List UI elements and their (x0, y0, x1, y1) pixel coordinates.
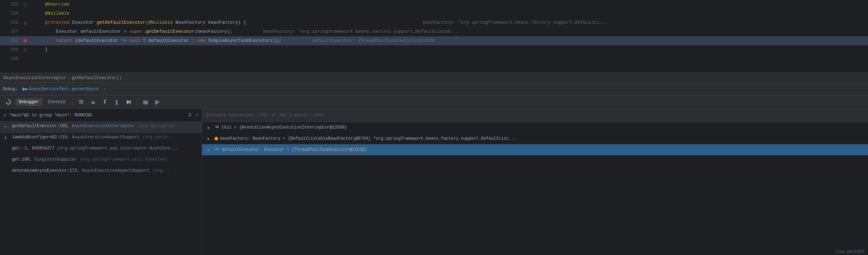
line-hint-157: beanFactory: "org.springframework.beans.… (263, 29, 459, 34)
frame-arrow-icon: ↩ (4, 124, 10, 130)
annotation: @Override (45, 2, 69, 7)
svg-marker-11 (116, 100, 118, 101)
variables-list: ▶ this = {AnnotationAsyncExecutionInterc… (202, 122, 868, 255)
filter-dropdown-icon[interactable]: ▾ (196, 113, 198, 118)
svg-marker-1 (8, 99, 9, 101)
expand-icon[interactable]: ▶ (208, 148, 213, 152)
frame-item[interactable]: determineAsyncExecutor:172, AsyncExecuti… (0, 167, 202, 178)
line-hint-158: defaultExecutor: ThreadPoolTaskExecutor@… (312, 38, 434, 43)
debug-session[interactable]: AsyncServiceTest.parentAsync (22, 87, 99, 92)
code-content: Executor defaultExecutor = super.getDefa… (31, 27, 868, 36)
variable-beanfactory[interactable]: ▶ beanFactory: BeanFactory = {DefaultLis… (202, 133, 868, 144)
close-session-button[interactable]: × (102, 87, 107, 91)
frame-item[interactable]: ↩ getDefaultExecutor:158, AsyncExecution… (0, 122, 202, 133)
step-out-button[interactable] (112, 97, 122, 107)
step-over-icon (90, 99, 96, 105)
breadcrumb: AsyncExecutionInterceptor › getDefaultEx… (0, 73, 868, 83)
separator2 (137, 99, 137, 106)
keyword-return: return (56, 38, 72, 43)
running-thread-text: "main"@1 in group "main": RUNNING (9, 113, 92, 118)
line-number: 156 (9, 20, 22, 25)
step-into-button[interactable] (100, 97, 110, 107)
code-content: protected Executor getDefaultExecutor(@N… (31, 18, 868, 27)
code-line-155: 155 @Nullable (0, 9, 868, 18)
debug-panel: ✔ "main"@1 in group "main": RUNNING ⊽ ▾ … (0, 109, 868, 255)
frames-list: ↩ getDefaultExecutor:158, AsyncExecution… (0, 122, 202, 255)
var-equals: = (232, 125, 239, 130)
expand-icon[interactable]: ▶ (208, 125, 213, 130)
variable-defaultexecutor[interactable]: ▶ defaultExecutor: Executor = {ThreadPoo… (202, 144, 868, 155)
variables-panel: Evaluate expression (⌥F8) or add a watch… (202, 109, 868, 255)
frame-label: determineAsyncExecutor:172, AsyncExecuti… (12, 168, 170, 174)
type-simpleasynctaskexecutor: SimpleAsyncTaskExecutor (208, 38, 270, 43)
keyword-super: super (129, 29, 143, 34)
run-to-cursor-icon (126, 99, 131, 105)
method-getdefaultexecutor: getDefaultExecutor (146, 29, 194, 34)
svg-rect-15 (143, 101, 148, 101)
breakpoint-area: ⚠ (22, 20, 29, 26)
debug-toolbar: Debugger Console (0, 95, 868, 109)
stream-to-top-button[interactable] (76, 97, 86, 107)
breakpoint-area (22, 3, 29, 6)
svg-marker-8 (104, 102, 106, 104)
debugger-tab[interactable]: Debugger (15, 98, 42, 106)
var-value-beanfactory: {DefaultListableBeanFactory@8784} "org.s… (288, 136, 516, 141)
var-defaultexecutor: defaultExecutor (78, 38, 118, 43)
debug-label: Debug: (3, 87, 18, 92)
line-number: 158 (9, 38, 22, 43)
svg-rect-18 (155, 101, 158, 101)
debug-bar: Debug: AsyncServiceTest.parentAsync × (0, 83, 868, 95)
separator (72, 99, 73, 106)
restart-button[interactable] (3, 97, 13, 107)
svg-marker-13 (127, 100, 130, 104)
step-over-button[interactable] (88, 97, 98, 107)
evaluate-bar[interactable]: Evaluate expression (⌥F8) or add a watch… (202, 109, 868, 122)
step-into-icon (102, 99, 108, 105)
line-number-area: 154 (0, 2, 31, 7)
frame-label: get:-1, 858934277 (org.springframework.a… (12, 146, 177, 152)
bookmark-indicator (24, 48, 26, 51)
type-beanfactory: BeanFactory (176, 20, 206, 25)
line-number: 159 (9, 47, 22, 52)
annotation: @Nullable (45, 11, 69, 16)
expand-icon[interactable]: ▶ (208, 137, 213, 141)
annotation-nullable: @Nullable (148, 20, 173, 25)
frame-lambda-icon: λ (4, 135, 10, 141)
running-check-icon: ✔ (3, 112, 6, 118)
filter-icon[interactable]: ⊽ (188, 112, 192, 118)
line-number-area: 159 (0, 47, 31, 52)
var-cyan-eq-icon2 (215, 147, 219, 152)
line-number: 155 (9, 11, 22, 16)
mute-breakpoints-button[interactable] (153, 97, 162, 107)
evaluate-placeholder: Evaluate expression (⌥F8) or add a watch… (206, 113, 324, 118)
svg-marker-0 (22, 87, 28, 91)
run-to-cursor-button[interactable] (124, 97, 133, 107)
code-line-154: 154 @Override (0, 0, 868, 9)
mute-breakpoints-icon (155, 99, 160, 105)
code-content: @Override (31, 0, 868, 9)
bookmark-indicator (24, 3, 26, 6)
debug-session-icon (22, 87, 28, 91)
code-line-156: 156 ⚠ protected Executor getDefaultExecu… (0, 18, 868, 27)
code-content: } (31, 45, 868, 54)
console-tab[interactable]: Console (45, 98, 69, 106)
breadcrumb-method: getDefaultExecutor() (71, 76, 122, 80)
keyword-null: null (129, 38, 140, 43)
variable-this[interactable]: ▶ this = {AnnotationAsyncExecutionInterc… (202, 122, 868, 133)
var-equals: = (284, 147, 292, 152)
var-equals: = (280, 136, 288, 141)
view-breakpoints-button[interactable] (141, 97, 150, 107)
breakpoint-dot (23, 39, 27, 42)
frame-item[interactable]: get:100, SingletonSupplier (org.springfr… (0, 155, 202, 167)
code-line-159: 159 } (0, 45, 868, 54)
list-icon (78, 99, 84, 105)
var-name-defaultexecutor: defaultExecutor: Executor (222, 147, 284, 152)
line-number-area: 158 (0, 38, 31, 43)
frame-item[interactable]: get:-1, 858934277 (org.springframework.a… (0, 144, 202, 155)
running-threads-bar: ✔ "main"@1 in group "main": RUNNING ⊽ ▾ (0, 109, 202, 122)
method-getdefaultexecutor: getDefaultExecutor (96, 20, 145, 25)
var-name-this: this (222, 125, 232, 130)
breadcrumb-class: AsyncExecutionInterceptor (3, 76, 66, 80)
line-number: 154 (9, 2, 22, 7)
frame-item[interactable]: λ lambda$configure$2:119, AsyncExecution… (0, 133, 202, 144)
